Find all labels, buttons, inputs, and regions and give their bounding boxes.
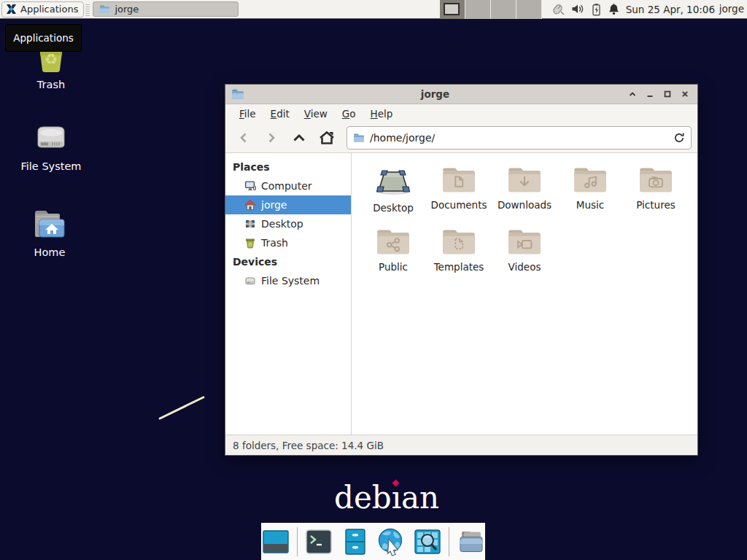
applications-tooltip: Applications [5, 24, 82, 52]
file-manager-window: jorge File Edit View Go Help [225, 84, 698, 456]
show-desktop-button[interactable] [261, 527, 290, 556]
window-title: jorge [244, 88, 626, 100]
forward-button[interactable] [259, 126, 284, 149]
back-button[interactable] [231, 126, 256, 149]
folder-label: Public [379, 261, 408, 273]
drive-icon [244, 275, 256, 287]
svg-text:♻: ♻ [44, 50, 58, 68]
devices-header: Devices [225, 252, 351, 271]
folder-label: Music [576, 199, 604, 211]
sidebar-item-file-system[interactable]: File System [225, 271, 351, 290]
folder-item-videos[interactable]: Videos [492, 221, 557, 273]
reload-icon[interactable] [673, 132, 685, 144]
sidebar-item-desktop[interactable]: Desktop [225, 214, 351, 233]
toolbar: /home/jorge/ [225, 122, 697, 153]
maximize-button[interactable] [661, 88, 674, 101]
applications-menu-button[interactable]: Applications [1, 1, 84, 18]
sidebar-item-jorge[interactable]: jorge [225, 195, 351, 214]
sidebar-item-label: Trash [261, 237, 288, 249]
location-bar[interactable]: /home/jorge/ [347, 126, 692, 149]
dock-separator [449, 527, 449, 556]
templates-folder-icon [441, 225, 477, 257]
home-icon [244, 199, 256, 211]
workspace-4[interactable] [516, 0, 542, 19]
terminal-launcher[interactable] [305, 527, 333, 556]
battery-icon[interactable] [591, 3, 602, 16]
sidebar-item-label: jorge [261, 199, 287, 211]
folder-item-downloads[interactable]: Downloads [492, 159, 557, 214]
computer-icon [244, 180, 256, 192]
window-titlebar[interactable]: jorge [225, 85, 697, 104]
panel-handle [85, 3, 90, 16]
window-folder-icon [231, 88, 244, 100]
directory-menu-launcher[interactable] [457, 527, 485, 556]
documents-folder-icon [441, 163, 477, 195]
trash-icon: ♻ [244, 237, 256, 249]
taskbar-window-label: jorge [115, 4, 139, 15]
workspace-2[interactable] [465, 0, 491, 19]
folder-item-pictures[interactable]: Pictures [623, 159, 689, 214]
sidebar-item-label: File System [261, 275, 320, 287]
menu-file[interactable]: File [233, 106, 263, 122]
up-button[interactable] [287, 126, 311, 149]
desktop-workspace-icon [374, 163, 412, 198]
icon-grid: Desktop Documents [360, 159, 690, 273]
folder-item-templates[interactable]: Templates [426, 221, 492, 273]
folder-item-public[interactable]: Public [360, 221, 426, 273]
app-finder-launcher[interactable] [413, 527, 441, 556]
folder-icon [99, 4, 110, 14]
home-button[interactable] [314, 126, 339, 149]
applications-icon [5, 3, 18, 15]
folder-label: Documents [431, 199, 487, 211]
shade-button[interactable] [626, 88, 639, 101]
folder-label: Desktop [373, 202, 414, 214]
menu-help[interactable]: Help [364, 106, 400, 122]
workspace-switcher [440, 0, 542, 19]
home-folder-icon [31, 207, 69, 242]
top-panel: Applications jorge [0, 0, 747, 19]
sidebar-item-label: Computer [261, 180, 312, 192]
session-user-label: jorge [719, 3, 744, 15]
downloads-folder-icon [506, 163, 543, 195]
desktop-icon [244, 218, 256, 230]
folder-label: Templates [434, 261, 484, 273]
debian-logo: debıan [334, 480, 439, 516]
desktop-icon-file-system[interactable]: File System [13, 120, 89, 172]
public-folder-icon [375, 225, 411, 257]
folder-item-music[interactable]: Music [557, 159, 623, 214]
music-folder-icon [572, 163, 608, 195]
minimize-button[interactable] [643, 88, 657, 101]
workspace-window-preview [444, 3, 460, 15]
web-browser-launcher[interactable] [376, 527, 406, 556]
folder-label: Pictures [636, 199, 675, 211]
current-path[interactable]: /home/jorge/ [370, 132, 668, 144]
folder-icon [353, 133, 365, 143]
file-manager-launcher[interactable] [341, 527, 369, 556]
statusbar: 8 folders, Free space: 14.4 GiB [225, 435, 697, 455]
volume-icon[interactable] [571, 3, 585, 15]
desktop-icon-home[interactable]: Home [12, 207, 88, 258]
workspace-1[interactable] [440, 0, 465, 19]
applications-label: Applications [20, 4, 78, 15]
sidebar-item-trash[interactable]: ♻ Trash [225, 233, 351, 252]
desktop-icon-label: Home [34, 246, 66, 258]
places-header: Places [225, 158, 351, 176]
menu-go[interactable]: Go [336, 106, 363, 122]
close-button[interactable] [678, 88, 692, 101]
desktop-icon-label: File System [21, 160, 82, 172]
sidebar-item-computer[interactable]: Computer [225, 176, 351, 195]
folder-item-desktop[interactable]: Desktop [360, 159, 426, 214]
notifications-bell-icon[interactable] [608, 3, 620, 16]
taskbar-window-button[interactable]: jorge [93, 1, 239, 17]
pointer-trail-artifact [158, 396, 204, 420]
folder-contents-view[interactable]: Desktop Documents [352, 153, 697, 435]
mouse-settings-icon[interactable] [549, 2, 565, 17]
menu-edit[interactable]: Edit [264, 106, 296, 122]
sidebar-item-label: Desktop [261, 218, 303, 230]
menu-view[interactable]: View [298, 106, 334, 122]
folder-label: Videos [508, 261, 541, 273]
panel-clock[interactable]: Sun 25 Apr, 10:06 [626, 4, 715, 15]
workspace-3[interactable] [491, 0, 516, 19]
folder-item-documents[interactable]: Documents [426, 159, 492, 214]
sidebar: Places Computer [225, 153, 352, 435]
